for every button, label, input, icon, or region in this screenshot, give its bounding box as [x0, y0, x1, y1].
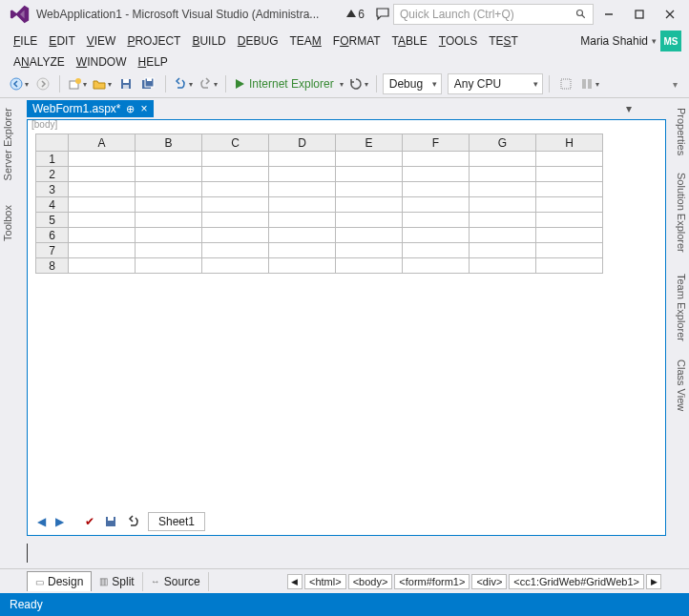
cell-D2[interactable]: [269, 167, 336, 182]
panel-server-explorer[interactable]: Server Explorer: [0, 102, 15, 186]
menu-table[interactable]: TABLE: [386, 31, 433, 51]
row-header-3[interactable]: 3: [36, 182, 69, 197]
row-header-7[interactable]: 7: [36, 243, 69, 258]
menu-edit[interactable]: EDIT: [43, 31, 80, 51]
cell-C8[interactable]: [202, 258, 269, 274]
menu-help[interactable]: HELP: [132, 51, 173, 72]
grid-prev-icon[interactable]: ◀: [35, 513, 48, 530]
cell-G2[interactable]: [470, 167, 536, 182]
document-tab[interactable]: WebForm1.aspx* ⊕ ×: [27, 100, 154, 117]
col-header-H[interactable]: H: [536, 134, 603, 152]
tab-list-dropdown-icon[interactable]: ▾: [626, 102, 632, 115]
cell-F3[interactable]: [403, 182, 470, 197]
row-header-1[interactable]: 1: [36, 152, 69, 167]
panel-class-view[interactable]: Class View: [674, 354, 689, 417]
menu-view[interactable]: VIEW: [81, 31, 122, 51]
cell-G5[interactable]: [470, 213, 536, 228]
cell-H8[interactable]: [536, 258, 603, 274]
cell-C7[interactable]: [202, 243, 269, 258]
toolbar-overflow-icon[interactable]: ▾: [673, 79, 681, 90]
menu-debug[interactable]: DEBUG: [232, 31, 284, 51]
breadcrumb-chip-4[interactable]: <cc1:GridWeb#GridWeb1>: [509, 574, 644, 589]
grid-corner[interactable]: [36, 134, 69, 152]
cell-G1[interactable]: [470, 152, 536, 167]
menu-window[interactable]: WINDOW: [71, 51, 133, 72]
close-button[interactable]: [655, 2, 685, 27]
grid-next-icon[interactable]: ▶: [53, 513, 66, 530]
close-tab-icon[interactable]: ×: [140, 102, 147, 115]
feedback-icon[interactable]: [372, 4, 393, 25]
breadcrumb-next-icon[interactable]: ▶: [646, 574, 661, 589]
refresh-button[interactable]: [347, 73, 370, 94]
undo-button[interactable]: [172, 73, 195, 94]
nav-forward-button[interactable]: [32, 73, 53, 94]
designer-surface[interactable]: [body] ABCDEFGH 12345678 ◀ ▶ ✔ Sheet1: [27, 119, 666, 536]
panel-properties[interactable]: Properties: [674, 102, 689, 161]
breadcrumb-chip-2[interactable]: <form#form1>: [394, 574, 470, 589]
user-name[interactable]: Maria Shahid: [580, 34, 652, 48]
cell-G8[interactable]: [470, 258, 536, 274]
panel-solution-explorer[interactable]: Solution Explorer: [674, 167, 689, 258]
cell-E1[interactable]: [336, 152, 403, 167]
cell-B2[interactable]: [136, 167, 202, 182]
cell-B7[interactable]: [136, 243, 202, 258]
cell-A4[interactable]: [69, 197, 136, 213]
cell-A1[interactable]: [69, 152, 136, 167]
panel-team-explorer[interactable]: Team Explorer: [674, 268, 689, 347]
cell-E5[interactable]: [336, 213, 403, 228]
cell-H7[interactable]: [536, 243, 603, 258]
cell-F5[interactable]: [403, 213, 470, 228]
user-avatar[interactable]: MS: [660, 31, 681, 51]
spreadsheet-grid[interactable]: ABCDEFGH 12345678: [35, 133, 603, 274]
grid-save-icon[interactable]: [102, 513, 119, 530]
gridweb-control[interactable]: ABCDEFGH 12345678: [28, 120, 665, 274]
cell-C3[interactable]: [202, 182, 269, 197]
save-all-button[interactable]: [138, 73, 159, 94]
open-file-button[interactable]: [91, 73, 114, 94]
menu-analyze[interactable]: ANALYZE: [8, 51, 71, 72]
cell-F7[interactable]: [403, 243, 470, 258]
panel-toolbox[interactable]: Toolbox: [0, 199, 15, 247]
maximize-button[interactable]: [624, 2, 655, 27]
cell-B5[interactable]: [136, 213, 202, 228]
cell-D3[interactable]: [269, 182, 336, 197]
cell-A2[interactable]: [69, 167, 136, 182]
menu-project[interactable]: PROJECT: [121, 31, 186, 51]
breadcrumb-chip-0[interactable]: <html>: [304, 574, 346, 589]
cell-F6[interactable]: [403, 228, 470, 243]
cell-C5[interactable]: [202, 213, 269, 228]
menu-format[interactable]: FORMAT: [327, 31, 386, 51]
row-header-4[interactable]: 4: [36, 197, 69, 213]
cell-A6[interactable]: [69, 228, 136, 243]
cell-G6[interactable]: [470, 228, 536, 243]
cell-C1[interactable]: [202, 152, 269, 167]
cell-E6[interactable]: [336, 228, 403, 243]
cell-A8[interactable]: [69, 258, 136, 274]
row-header-6[interactable]: 6: [36, 228, 69, 243]
cell-B6[interactable]: [136, 228, 202, 243]
notifications-button[interactable]: 6: [346, 8, 365, 21]
cell-A7[interactable]: [69, 243, 136, 258]
view-split-tab[interactable]: ▥Split: [92, 572, 142, 591]
menu-build[interactable]: BUILD: [186, 31, 231, 51]
cell-E2[interactable]: [336, 167, 403, 182]
cell-H4[interactable]: [536, 197, 603, 213]
menu-file[interactable]: FILE: [8, 31, 43, 51]
row-header-8[interactable]: 8: [36, 258, 69, 274]
row-header-2[interactable]: 2: [36, 167, 69, 182]
save-button[interactable]: [115, 73, 136, 94]
cell-B1[interactable]: [136, 152, 202, 167]
col-header-G[interactable]: G: [470, 134, 536, 152]
cell-G3[interactable]: [470, 182, 536, 197]
sheet-tab[interactable]: Sheet1: [148, 512, 205, 531]
cell-F4[interactable]: [403, 197, 470, 213]
minimize-button[interactable]: [594, 2, 624, 27]
cell-G7[interactable]: [470, 243, 536, 258]
cell-H3[interactable]: [536, 182, 603, 197]
cell-D1[interactable]: [269, 152, 336, 167]
breadcrumb-chip-3[interactable]: <div>: [471, 574, 507, 589]
menu-test[interactable]: TEST: [483, 31, 524, 51]
cell-H1[interactable]: [536, 152, 603, 167]
grid-commit-icon[interactable]: ✔: [83, 513, 96, 530]
layout-tool-button[interactable]: [578, 73, 601, 94]
